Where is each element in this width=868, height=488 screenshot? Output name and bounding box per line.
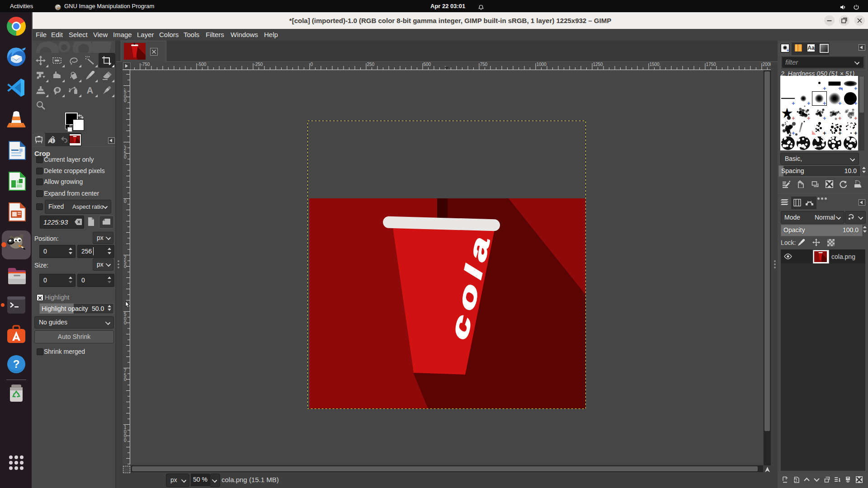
svg-text:-750: -750 [141, 62, 150, 67]
svg-text:1500: 1500 [649, 62, 660, 67]
svg-text:1250: 1250 [593, 62, 603, 67]
svg-text:i: i [52, 138, 53, 143]
svg-text:0: 0 [124, 438, 127, 443]
svg-text:0: 0 [124, 155, 127, 160]
svg-text:-250: -250 [254, 62, 263, 67]
svg-text:-500: -500 [197, 62, 206, 67]
svg-text:0: 0 [124, 264, 127, 269]
svg-text:0: 0 [124, 377, 127, 382]
svg-text:0: 0 [124, 98, 127, 103]
svg-text:0: 0 [310, 62, 313, 67]
svg-text:0: 0 [124, 320, 127, 325]
svg-text:0: 0 [124, 199, 127, 204]
svg-text:250: 250 [367, 62, 374, 67]
svg-text:2000: 2000 [762, 62, 771, 67]
svg-text:500: 500 [423, 62, 431, 67]
svg-text:1750: 1750 [706, 62, 716, 67]
svg-text:1000: 1000 [536, 62, 547, 67]
svg-text:A: A [87, 85, 93, 95]
svg-text:?: ? [13, 358, 20, 370]
svg-text:750: 750 [480, 62, 487, 67]
